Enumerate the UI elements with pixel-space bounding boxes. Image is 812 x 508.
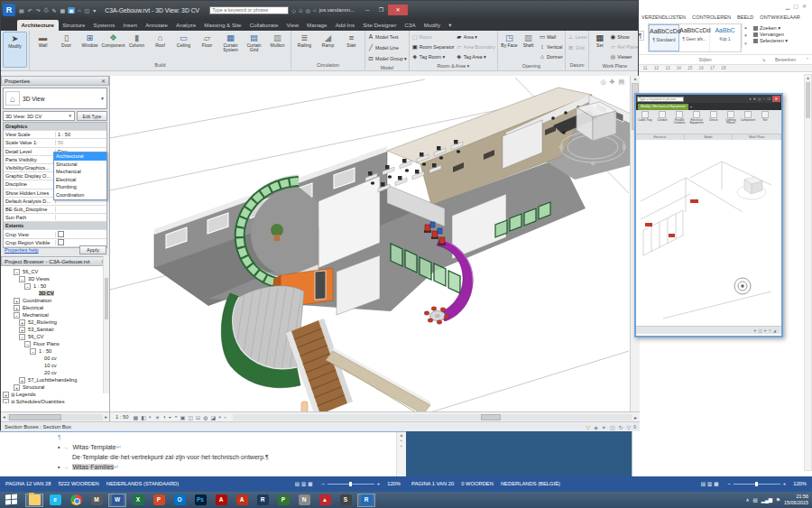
style-card[interactable]: AaBbCcDd ¶ Geen afs... xyxy=(679,24,710,51)
view-control-icon[interactable]: ▣ xyxy=(180,414,186,420)
ribbon-button[interactable]: ▥ Shaft xyxy=(519,32,538,48)
property-row[interactable]: Extents xyxy=(4,222,106,230)
dropdown-option[interactable]: Plumbing xyxy=(54,183,106,191)
expander-icon[interactable]: − xyxy=(19,276,25,282)
ribbon-tab[interactable]: Structure xyxy=(59,20,89,31)
ribbon-button[interactable]: ⊥ Level xyxy=(567,32,587,42)
expander-icon[interactable]: + xyxy=(14,298,20,304)
status-icon[interactable]: ◈ xyxy=(594,424,598,430)
status-icon[interactable]: ↻ xyxy=(619,424,623,430)
minimize-button[interactable]: ─ xyxy=(361,5,374,15)
page-indicator[interactable]: PAGINA 1 VAN 20 xyxy=(411,481,454,486)
infocenter-icon[interactable]: ◎ xyxy=(306,7,310,14)
ribbon-button[interactable]: Device xyxy=(706,111,722,133)
expander-icon[interactable]: + xyxy=(14,305,20,311)
tree-item[interactable]: + Electrical xyxy=(1,304,109,311)
tree-item[interactable]: − Mechanical xyxy=(1,311,109,319)
editing-command[interactable]: Vervangen xyxy=(753,32,788,37)
collapse-ribbon-icon[interactable]: ⌃ xyxy=(806,57,812,62)
ribbon-button[interactable]: ▭ Wall xyxy=(539,32,563,42)
ribbon-button[interactable]: ▱ Floor xyxy=(196,32,218,48)
expander-icon[interactable]: + xyxy=(14,384,20,391)
dropdown-option[interactable]: Structural xyxy=(54,161,106,169)
ribbon-tab[interactable]: Annotate xyxy=(142,20,172,31)
ribbon-button[interactable]: ❖ Component xyxy=(102,32,125,48)
ribbon-button[interactable]: Lighting Fixture xyxy=(723,111,739,133)
property-row[interactable]: Scale Value 1: 50 xyxy=(4,139,106,147)
status-icon[interactable]: ◫ xyxy=(759,328,762,333)
steering-wheel-icon[interactable]: ◎ xyxy=(600,79,605,86)
property-row[interactable]: Graphics xyxy=(4,123,106,131)
apply-button[interactable]: Apply xyxy=(79,245,106,254)
close-button[interactable]: ✕ xyxy=(772,96,780,102)
expander-icon[interactable] xyxy=(35,356,42,362)
zoom-level[interactable]: 120% xyxy=(793,481,807,486)
ribbon-button[interactable]: ◢ Ramp xyxy=(317,32,339,48)
ribbon-button[interactable]: ▯ Door xyxy=(55,32,78,48)
language-indicator[interactable]: NEDERLANDS (BELGIË) xyxy=(501,481,560,486)
view-control-icon[interactable]: ◓ xyxy=(174,414,178,420)
status-icon[interactable]: ✦ xyxy=(763,328,766,333)
scale-button[interactable]: 1 : 50 xyxy=(113,413,132,420)
ribbon-button[interactable]: ▭ Ceiling xyxy=(172,32,195,48)
qat-icon[interactable]: ↶ xyxy=(27,7,33,14)
taskbar-app-icon[interactable]: P xyxy=(150,494,168,507)
qat-icon[interactable]: ⌂ xyxy=(77,7,82,13)
ribbon-button[interactable]: ▦ Curtain System xyxy=(219,32,242,53)
ribbon-button[interactable]: ⌂ Dormer xyxy=(539,51,563,61)
word-window-left-document[interactable]: ¶ •→Witas·Template↵ De·Template·die·het·… xyxy=(0,430,406,476)
qat-icon[interactable]: ⎙ xyxy=(43,7,50,14)
ribbon-button[interactable]: ▱ Ref Plane xyxy=(609,42,638,51)
taskbar-app-icon[interactable]: e xyxy=(46,494,64,507)
dropdown-option[interactable]: Mechanical xyxy=(54,168,106,176)
expander-icon[interactable]: + xyxy=(19,377,25,383)
expander-icon[interactable]: + xyxy=(19,327,25,333)
tree-item[interactable]: − 1 : 50 xyxy=(1,347,109,355)
tree-item[interactable]: + 53_Sanitair xyxy=(1,326,109,333)
view-control-icon[interactable]: ◍ xyxy=(203,414,208,420)
taskbar-app-icon[interactable]: N xyxy=(295,494,313,507)
view-control-icon[interactable]: ◒ xyxy=(169,414,172,420)
word-tab[interactable]: ONTWIKKELAAR xyxy=(760,14,799,20)
tree-item[interactable]: + 52_Riolering xyxy=(1,319,109,326)
ribbon-button[interactable]: ⊞ Window xyxy=(78,32,101,48)
style-card[interactable]: AaBbCcDd ¶ Standaard xyxy=(649,24,679,51)
taskbar-app-icon[interactable]: O xyxy=(171,494,189,507)
qat-icon[interactable]: ▤ xyxy=(18,7,25,14)
ribbon-tab[interactable]: Modify xyxy=(420,20,444,31)
editing-command[interactable]: Zoeken ▾ xyxy=(753,25,788,31)
view-control-icon[interactable]: ⊡ xyxy=(196,414,200,420)
ribbon-button[interactable]: ▱ Area Boundary xyxy=(456,42,495,51)
view-mode-buttons[interactable]: ▤▥▦ xyxy=(295,481,315,486)
ribbon-tab[interactable]: View xyxy=(282,20,303,31)
qat-icon[interactable]: ✎ xyxy=(51,7,58,14)
close-button[interactable]: ✕ xyxy=(388,5,408,15)
tree-item[interactable]: − 3D Views xyxy=(1,275,109,282)
contextual-tab[interactable]: Modify | Mechanical Equipment xyxy=(638,104,688,110)
expander-icon[interactable]: + xyxy=(3,399,9,404)
ribbon-button[interactable]: ◎ Viewer xyxy=(609,51,638,61)
properties-help-link[interactable]: Properties help xyxy=(5,247,39,253)
view-control-icon[interactable]: ◐ xyxy=(149,414,152,420)
status-icon[interactable]: ▽ xyxy=(627,424,632,430)
qat-icon[interactable]: ↷ xyxy=(35,7,42,14)
ribbon-button[interactable]: ╱ Model Line xyxy=(367,42,399,52)
word-tab[interactable]: VERZENDLIJSTEN xyxy=(641,14,686,20)
ribbon-button[interactable]: ⊡ Model Group ▾ xyxy=(367,53,407,63)
dropdown-option[interactable]: Architectural xyxy=(54,152,106,161)
zoom-control[interactable]: −+ xyxy=(321,481,380,486)
signin-account[interactable]: jos.vandamm... xyxy=(319,7,355,13)
tree-item[interactable]: − 56_CV xyxy=(1,268,109,275)
taskbar-app-icon[interactable]: M xyxy=(88,494,106,507)
tree-item[interactable]: 10 cv xyxy=(1,362,109,369)
property-row[interactable]: View Scale 1 : 50 xyxy=(4,131,106,139)
taskbar-app-icon[interactable]: A xyxy=(233,494,251,507)
expander-icon[interactable]: − xyxy=(24,341,31,347)
property-row[interactable]: Crop View xyxy=(4,230,106,238)
view-control-icon[interactable]: ◑ xyxy=(162,414,166,420)
ribbon-button[interactable]: ◈ Tag Room ▾ xyxy=(411,51,455,61)
restore-icon[interactable]: ▢ xyxy=(793,3,798,9)
floating-3d-view[interactable] xyxy=(636,140,781,326)
ribbon-button[interactable]: Cable Tray xyxy=(637,111,653,133)
ribbon-button[interactable]: ▢ Room xyxy=(411,32,455,42)
